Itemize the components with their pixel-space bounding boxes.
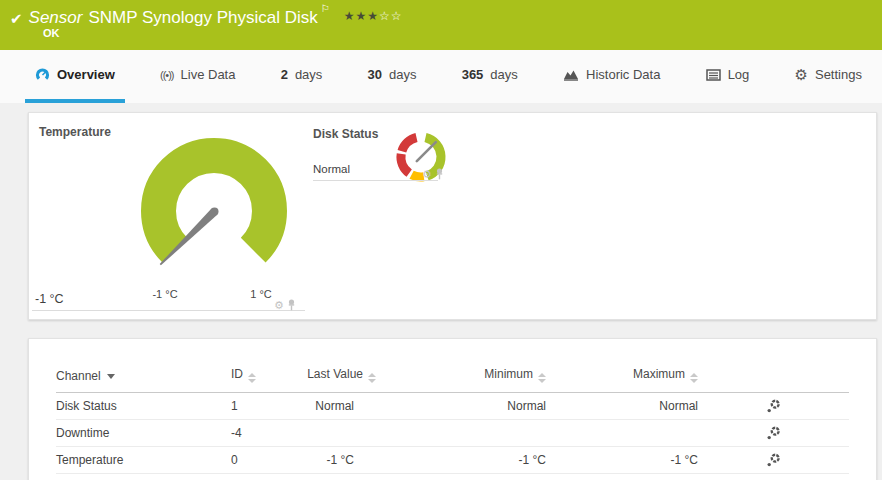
tab-number: 30 [368, 67, 382, 82]
divider [313, 180, 438, 181]
sensor-header: ✔ Sensor SNMP Synology Physical Disk ⚐ ★… [0, 0, 882, 50]
log-list-icon [706, 69, 721, 81]
sort-icon [368, 373, 376, 383]
overview-content: Temperature -1 °C 1 °C -1 °C ⚙ Disk Stat… [0, 103, 882, 480]
channel-id: 0 [231, 453, 301, 467]
tab-365-days[interactable]: 365 days [452, 50, 528, 103]
table-row: Temperature 0 -1 °C -1 °C -1 °C [56, 447, 849, 474]
star-filled-icons[interactable]: ★★★ [344, 9, 379, 23]
column-label: Minimum [484, 367, 533, 381]
pin-icon[interactable] [435, 168, 444, 180]
table-row: Downtime -4 [56, 420, 849, 447]
sort-icon [248, 373, 256, 383]
tab-label: Log [728, 67, 750, 82]
gauge-settings-gear-icon[interactable]: ⚙ [422, 169, 432, 180]
channel-settings-gears-icon[interactable] [766, 426, 781, 441]
table-header-row: Channel ID Last Value Minimum Maximum [56, 339, 849, 393]
channel-minimum: -1 °C [376, 453, 546, 467]
channel-minimum: Normal [376, 399, 546, 413]
tab-number: 2 [281, 67, 288, 82]
channel-id: -4 [231, 426, 301, 440]
sensor-kind-label: Sensor [29, 8, 83, 28]
tab-label: Settings [815, 67, 862, 82]
gauge-icon [35, 67, 50, 82]
gauge-min-label: -1 °C [137, 288, 193, 300]
tab-label: Live Data [181, 67, 236, 82]
column-label: Channel [56, 369, 101, 383]
channel-maximum: -1 °C [546, 453, 698, 467]
temperature-gauge-title: Temperature [39, 125, 111, 139]
tab-label: Historic Data [586, 67, 660, 82]
tab-log[interactable]: Log [696, 50, 760, 103]
column-header-minimum[interactable]: Minimum [376, 367, 546, 383]
tab-30-days[interactable]: 30 days [358, 50, 427, 103]
page-title: SNMP Synology Physical Disk [88, 8, 317, 28]
channel-name: Disk Status [56, 399, 231, 413]
column-header-maximum[interactable]: Maximum [546, 367, 698, 383]
column-label: ID [231, 367, 243, 381]
pin-icon[interactable] [287, 299, 296, 311]
tab-live-data[interactable]: ((•)) Live Data [150, 50, 245, 103]
channel-id: 1 [231, 399, 301, 413]
channel-name: Downtime [56, 426, 231, 440]
tab-historic-data[interactable]: Historic Data [553, 50, 670, 103]
table-row: Disk Status 1 Normal Normal Normal [56, 393, 849, 420]
channel-last-value: -1 °C [301, 453, 376, 467]
channel-settings-gears-icon[interactable] [766, 453, 781, 468]
sort-icon [538, 373, 546, 383]
channel-maximum: Normal [546, 399, 698, 413]
tab-2-days[interactable]: 2 days [271, 50, 333, 103]
disk-status-gauge-title: Disk Status [313, 127, 378, 141]
column-header-id[interactable]: ID [231, 367, 301, 383]
tab-label: days [389, 67, 416, 82]
status-badge: OK [43, 27, 60, 39]
star-empty-icons[interactable]: ☆☆ [379, 9, 403, 23]
divider [32, 310, 305, 311]
live-data-icon: ((•)) [160, 69, 174, 81]
tab-number: 365 [462, 67, 484, 82]
temperature-current-value: -1 °C [35, 292, 64, 306]
column-label: Last Value [307, 367, 363, 381]
priority-stars[interactable]: ★★★☆☆ [344, 9, 403, 23]
tab-label: Overview [57, 67, 115, 82]
disk-status-current-value: Normal [313, 163, 350, 175]
flag-icon: ⚐ [321, 3, 330, 14]
channel-settings-gears-icon[interactable] [766, 399, 781, 414]
gauge-settings-gear-icon[interactable]: ⚙ [274, 300, 284, 311]
tab-label: days [295, 67, 322, 82]
column-header-last-value[interactable]: Last Value [301, 367, 376, 383]
gear-icon: ⚙ [795, 67, 808, 82]
check-icon: ✔ [10, 10, 23, 28]
temperature-gauge [129, 126, 299, 288]
gauges-panel: Temperature -1 °C 1 °C -1 °C ⚙ Disk Stat… [28, 112, 877, 320]
column-header-channel[interactable]: Channel [56, 369, 231, 383]
tab-bar: Overview ((•)) Live Data 2 days 30 days … [0, 50, 882, 103]
tab-settings[interactable]: ⚙ Settings [785, 50, 872, 103]
channel-last-value: Normal [301, 399, 376, 413]
area-chart-icon [563, 68, 579, 81]
tab-label: days [490, 67, 517, 82]
tab-overview[interactable]: Overview [25, 50, 125, 103]
column-label: Maximum [633, 367, 685, 381]
channels-panel: Channel ID Last Value Minimum Maximum Di… [28, 338, 877, 480]
channel-name: Temperature [56, 453, 231, 467]
sort-icon [690, 373, 698, 383]
sort-desc-icon [107, 374, 115, 379]
